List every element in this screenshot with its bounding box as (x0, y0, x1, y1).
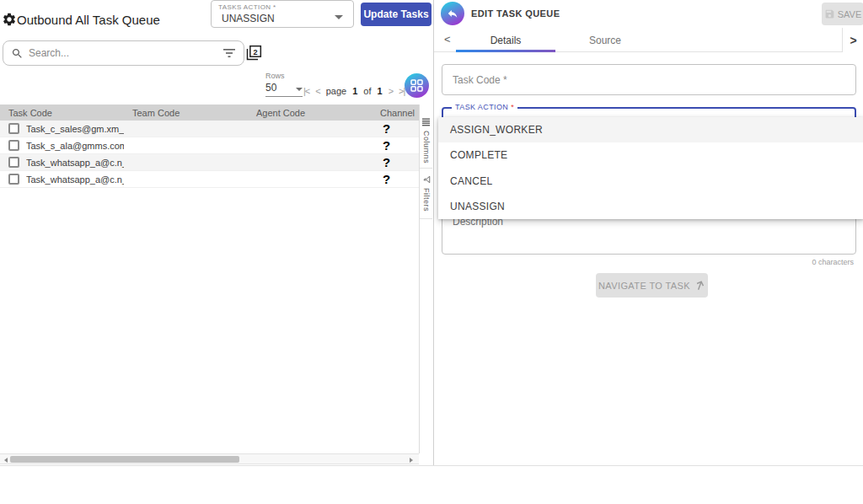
channel-cell: ? (372, 172, 419, 186)
task-queue-panel: Outbound All Task Queue TASKS ACTION * U… (0, 0, 433, 465)
drawer-title: EDIT TASK QUEUE (471, 8, 560, 19)
back-arrow-icon (447, 8, 458, 19)
task-code-cell: Task_s_ala@gmms.com_2... (26, 141, 124, 151)
table-header: Task Code Team Code Agent Code Channel (0, 105, 419, 121)
search-icon (11, 47, 24, 60)
row-checkbox[interactable] (8, 157, 19, 168)
search-input[interactable] (29, 47, 223, 59)
channel-cell: ? (372, 121, 419, 136)
task-code-cell: Task_whatsapp_a@c.n_20... (26, 158, 124, 168)
task-code-input[interactable] (442, 65, 855, 94)
tab-source[interactable]: Source (555, 28, 655, 52)
col-agent-code: Agent Code (248, 108, 372, 118)
navigate-arrow-icon (693, 278, 707, 292)
active-tab-underline (456, 50, 555, 52)
save-button-label: SAVE (838, 9, 862, 19)
total-pages: 1 (378, 86, 383, 96)
task-code-cell: Task_c_sales@gm.xm_202... (26, 124, 124, 134)
col-task-code: Task Code (0, 108, 124, 118)
filters-panel-tab[interactable]: Filters (420, 172, 432, 219)
back-button[interactable] (441, 2, 464, 25)
task-action-dropdown-menu: ASSIGN_WORKER COMPLETE CANCEL UNASSIGN (438, 117, 863, 219)
tasks-table: Task Code Team Code Agent Code Channel T… (0, 105, 419, 188)
col-channel: Channel (372, 108, 419, 118)
menu-option-unassign[interactable]: UNASSIGN (438, 194, 863, 219)
filter-2-badge: 2 (254, 48, 258, 56)
tabs-scroll-left-icon[interactable]: < (444, 33, 451, 46)
navigate-to-task-button[interactable]: NAVIGATE TO TASK (596, 273, 708, 298)
of-word: of (363, 86, 371, 96)
app-root: Outbound All Task Queue TASKS ACTION * U… (0, 0, 863, 504)
columns-tab-label: Columns (422, 131, 431, 164)
save-button[interactable]: SAVE (822, 3, 863, 25)
table-row[interactable]: Task_whatsapp_a@c.n_20... ? (0, 171, 419, 188)
filter-2-icon[interactable]: 2 (245, 45, 262, 62)
next-page-button[interactable]: > (389, 86, 393, 96)
table-row[interactable]: Task_s_ala@gmms.com_2... ? (0, 137, 419, 154)
channel-cell: ? (372, 155, 419, 169)
page-bottom-divider (0, 465, 863, 466)
columns-panel-tab[interactable]: Columns (420, 115, 432, 169)
gear-icon (2, 12, 17, 27)
prev-page-button[interactable]: < (315, 86, 319, 96)
task-code-cell: Task_whatsapp_a@c.n_20... (26, 174, 124, 185)
page-word: page (326, 86, 346, 96)
drawer-tabbar: < Details Source > (434, 28, 863, 52)
tasks-action-label: TASKS ACTION * (218, 3, 276, 11)
current-page: 1 (352, 86, 357, 96)
rows-per-page-select[interactable]: 50 (265, 82, 303, 97)
table-row[interactable]: Task_c_sales@gm.xm_202... ? (0, 121, 419, 137)
navigate-button-label: NAVIGATE TO TASK (598, 281, 690, 291)
horizontal-scrollbar[interactable] (0, 453, 419, 464)
first-page-button[interactable]: |< (303, 86, 309, 96)
rows-label: Rows (265, 72, 285, 80)
filter-list-icon[interactable] (223, 48, 235, 58)
grid-icon (410, 79, 423, 92)
tasks-action-value: UNASSIGN (222, 13, 275, 24)
tab-details[interactable]: Details (456, 28, 555, 52)
chevron-down-icon (296, 88, 303, 91)
tasks-action-select[interactable]: TASKS ACTION * UNASSIGN (211, 0, 354, 28)
rows-per-page-value: 50 (265, 82, 276, 94)
row-checkbox[interactable] (8, 123, 19, 134)
col-team-code: Team Code (124, 108, 248, 118)
tabs-scroll-right-icon[interactable]: > (842, 28, 863, 52)
chevron-down-icon (335, 15, 343, 19)
scrollbar-thumb[interactable] (10, 456, 239, 463)
filters-tab-label: Filters (422, 188, 431, 212)
queue-header: Outbound All Task Queue (2, 12, 160, 27)
search-box (3, 40, 244, 66)
menu-option-cancel[interactable]: CANCEL (438, 169, 863, 194)
scroll-right-arrow-icon[interactable] (410, 458, 413, 463)
menu-option-complete[interactable]: COMPLETE (438, 142, 863, 168)
update-tasks-button[interactable]: Update Tasks (361, 3, 432, 26)
table-row[interactable]: Task_whatsapp_a@c.n_20... ? (0, 154, 419, 171)
grid-view-button[interactable] (405, 73, 429, 98)
menu-option-assign-worker[interactable]: ASSIGN_WORKER (438, 117, 863, 142)
pagination: |< < page 1 of 1 > >| (303, 83, 405, 99)
required-asterisk: * (511, 103, 514, 111)
task-code-field (442, 64, 856, 95)
task-action-label-text: TASK ACTION (455, 103, 508, 111)
page-title: Outbound All Task Queue (17, 13, 160, 27)
channel-cell: ? (372, 138, 419, 153)
edit-task-queue-drawer: EDIT TASK QUEUE SAVE < Details Source > … (433, 0, 863, 465)
save-icon (824, 8, 835, 19)
table-side-strip: Columns Filters (419, 105, 432, 453)
character-counter: 0 characters (812, 258, 854, 266)
funnel-icon (422, 175, 431, 184)
task-action-label: TASK ACTION * (452, 103, 517, 111)
scroll-left-arrow-icon[interactable] (4, 458, 8, 463)
row-checkbox[interactable] (8, 140, 19, 151)
columns-icon (422, 118, 430, 126)
row-checkbox[interactable] (8, 174, 19, 185)
